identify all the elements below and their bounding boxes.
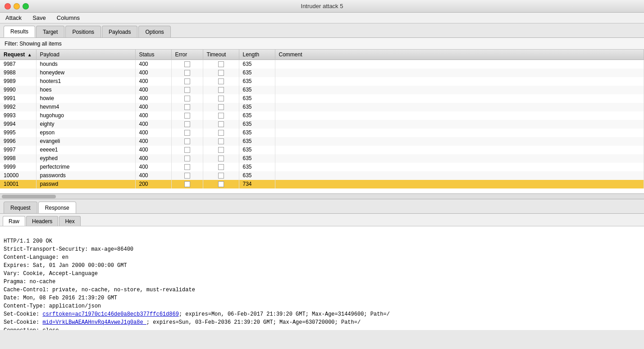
table-row[interactable]: 9994eighty400635 [0,120,644,129]
timeout-checkbox[interactable] [218,61,224,67]
col-header-length[interactable]: Length [239,50,275,60]
timeout-checkbox[interactable] [218,113,224,119]
results-table-container[interactable]: Request ▲ Payload Status Error Timeout L… [0,50,644,194]
table-cell: 635 [239,111,275,120]
timeout-checkbox[interactable] [218,164,224,170]
col-header-status[interactable]: Status [135,50,171,60]
timeout-cell [203,137,239,146]
scrollbar-thumb[interactable] [2,195,56,198]
error-cell [171,77,203,86]
table-row[interactable]: 9989hooters1400635 [0,77,644,86]
menu-attack[interactable]: Attack [4,14,23,22]
col-header-comment[interactable]: Comment [275,50,644,60]
col-header-error[interactable]: Error [171,50,203,60]
error-checkbox[interactable] [184,87,190,93]
table-cell: howie [36,94,135,103]
error-checkbox[interactable] [184,96,190,101]
timeout-cell [203,129,239,137]
close-button[interactable] [5,3,11,9]
table-cell: 635 [239,77,275,86]
tab-positions[interactable]: Positions [65,26,101,37]
table-cell: passwd [36,180,135,188]
table-row[interactable]: 9997eeeee1400635 [0,146,644,154]
table-row[interactable]: 9990hoes400635 [0,86,644,94]
col-header-request[interactable]: Request ▲ [0,50,36,60]
error-checkbox[interactable] [184,70,190,76]
table-cell: 9997 [0,146,36,154]
table-cell: perfectcrime [36,163,135,171]
table-row[interactable]: 9987hounds400635 [0,60,644,69]
table-cell: 635 [239,60,275,69]
response-link[interactable]: csrftoken=ac71970c1c46de0a8ecb377ffc61d8… [42,311,178,317]
table-cell [275,103,644,111]
table-cell [275,154,644,163]
error-checkbox[interactable] [184,78,190,84]
tab-results[interactable]: Results [4,26,35,37]
menu-columns[interactable]: Columns [55,14,82,22]
table-cell: 635 [239,103,275,111]
table-cell: eyphed [36,154,135,163]
table-row[interactable]: 9998eyphed400635 [0,154,644,163]
response-line: HTTP/1.1 200 OK [4,237,640,245]
timeout-checkbox[interactable] [218,147,224,153]
error-cell [171,137,203,146]
timeout-cell [203,171,239,180]
error-checkbox[interactable] [184,181,190,187]
minimize-button[interactable] [14,3,20,9]
subtab-request[interactable]: Request [4,202,37,213]
tab-options[interactable]: Options [138,26,170,37]
error-checkbox[interactable] [184,173,190,179]
error-checkbox[interactable] [184,61,190,67]
tab-payloads[interactable]: Payloads [102,26,137,37]
horizontal-scrollbar[interactable] [0,194,644,199]
fmttab-headers[interactable]: Headers [26,216,58,226]
maximize-button[interactable] [23,3,29,9]
error-checkbox[interactable] [184,138,190,144]
subtab-response[interactable]: Response [38,202,76,213]
table-row[interactable]: 9999perfectcrime400635 [0,163,644,171]
timeout-checkbox[interactable] [218,121,224,127]
sort-arrow-icon: ▲ [27,52,32,57]
menu-save[interactable]: Save [31,14,48,22]
table-row[interactable]: 9988honeydew400635 [0,69,644,77]
table-cell [275,171,644,180]
fmttab-raw[interactable]: Raw [3,216,25,226]
timeout-checkbox[interactable] [218,96,224,101]
fmttab-hex[interactable]: Hex [59,216,80,226]
table-cell [275,60,644,69]
error-checkbox[interactable] [184,164,190,170]
timeout-checkbox[interactable] [218,138,224,144]
error-checkbox[interactable] [184,147,190,153]
table-row[interactable]: 9992hevnm4400635 [0,103,644,111]
timeout-checkbox[interactable] [218,173,224,179]
table-cell [275,137,644,146]
error-checkbox[interactable] [184,104,190,110]
error-checkbox[interactable] [184,121,190,127]
timeout-checkbox[interactable] [218,104,224,110]
table-cell: 400 [135,163,171,171]
col-header-timeout[interactable]: Timeout [203,50,239,60]
response-link-2[interactable]: mid=VrkLBwAEAAHnvRq4AvweJ1g0a8e_ [42,319,146,326]
timeout-checkbox[interactable] [218,87,224,93]
table-cell: 9993 [0,111,36,120]
timeout-checkbox[interactable] [218,130,224,136]
table-row[interactable]: 9991howie400635 [0,94,644,103]
table-cell: 400 [135,154,171,163]
menubar: Attack Save Columns [0,13,644,23]
timeout-checkbox[interactable] [218,181,224,187]
error-checkbox[interactable] [184,156,190,161]
table-cell: hounds [36,60,135,69]
error-checkbox[interactable] [184,113,190,119]
table-row[interactable]: 9993hugohugo400635 [0,111,644,120]
timeout-checkbox[interactable] [218,78,224,84]
col-header-payload[interactable]: Payload [36,50,135,60]
timeout-checkbox[interactable] [218,70,224,76]
table-row[interactable]: 10001passwd200734 [0,180,644,188]
response-line: Date: Mon, 08 Feb 2016 21:39:20 GMT [4,294,640,302]
timeout-checkbox[interactable] [218,156,224,161]
tab-target[interactable]: Target [36,26,64,37]
table-row[interactable]: 9995epson400635 [0,129,644,137]
table-row[interactable]: 9996evangeli400635 [0,137,644,146]
table-row[interactable]: 10000passwords400635 [0,171,644,180]
error-checkbox[interactable] [184,130,190,136]
